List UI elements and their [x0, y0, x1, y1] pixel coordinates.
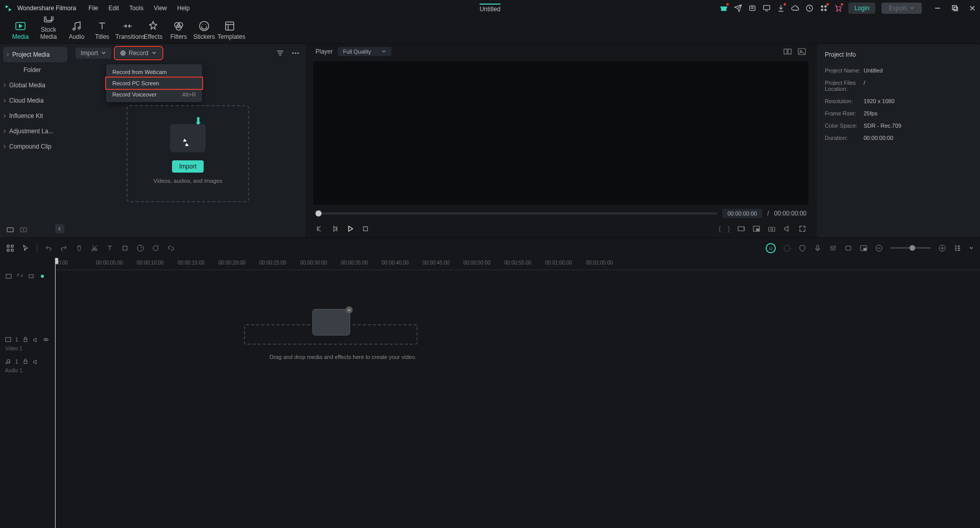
tab-stock-media[interactable]: Stock Media — [34, 13, 63, 43]
fullscreen-icon[interactable] — [798, 225, 806, 233]
seek-slider[interactable] — [315, 212, 717, 214]
stop-icon[interactable] — [361, 225, 370, 233]
tab-titles[interactable]: Titles — [90, 20, 114, 43]
mute-icon[interactable] — [33, 358, 39, 365]
gift-icon[interactable] — [720, 4, 728, 12]
snapshot-icon[interactable] — [768, 225, 776, 233]
menu-file[interactable]: File — [88, 5, 98, 12]
tab-media[interactable]: Media — [8, 20, 33, 43]
picture-icon[interactable] — [797, 47, 806, 56]
history-icon[interactable] — [748, 4, 756, 12]
zoom-out-icon[interactable] — [875, 244, 883, 252]
lock-icon[interactable] — [22, 337, 29, 343]
mark-in-icon[interactable]: { — [719, 225, 721, 232]
download-icon[interactable] — [777, 4, 785, 12]
tab-stickers[interactable]: Stickers — [192, 20, 216, 43]
sidebar-project-media[interactable]: Project Media — [3, 47, 67, 62]
playhead[interactable] — [55, 258, 56, 528]
ai-smart-icon[interactable]: ☺ — [766, 243, 776, 253]
record-pc-screen-item[interactable]: Record PC Screen — [106, 78, 202, 89]
mixer-icon[interactable] — [829, 244, 837, 252]
player-viewport[interactable] — [313, 61, 808, 205]
list-icon[interactable] — [953, 244, 962, 252]
timeline-tracks[interactable]: 00:0000:00:05:0000:00:10:0000:00:15:0000… — [55, 258, 980, 528]
volume-icon[interactable] — [783, 225, 791, 233]
sidebar-adjustment-layer[interactable]: Adjustment La... — [0, 124, 70, 139]
record-voiceover-item[interactable]: Record VoiceoverAlt+R — [106, 89, 202, 100]
bell-icon[interactable] — [805, 4, 814, 12]
cut-icon[interactable] — [90, 244, 99, 252]
play-icon[interactable] — [346, 225, 354, 233]
tab-audio[interactable]: Audio — [64, 20, 89, 43]
sidebar-cloud-media[interactable]: Cloud Media — [0, 93, 70, 108]
chevron-down-icon[interactable] — [969, 246, 974, 251]
close-icon[interactable] — [969, 5, 976, 12]
monitor-icon[interactable] — [763, 4, 771, 12]
menu-tools[interactable]: Tools — [129, 5, 143, 12]
minimize-icon[interactable] — [934, 5, 941, 12]
keyframe-icon[interactable] — [860, 244, 868, 252]
redo-icon[interactable] — [60, 244, 68, 252]
drop-track-zone[interactable] — [244, 324, 418, 345]
pointer-tool-icon[interactable] — [21, 244, 30, 252]
prev-frame-icon[interactable] — [315, 225, 324, 233]
collapse-sidebar-button[interactable] — [55, 224, 64, 233]
import-button[interactable]: Import — [172, 160, 204, 173]
media-drop-zone[interactable]: ⬇ Import Videos, audios, and images — [127, 105, 249, 202]
menu-view[interactable]: View — [154, 5, 167, 12]
hide-icon[interactable] — [43, 337, 49, 343]
menu-edit[interactable]: Edit — [109, 5, 119, 12]
apps-icon[interactable] — [820, 4, 828, 12]
tab-filters[interactable]: Filters — [166, 20, 191, 43]
sidebar-folder[interactable]: Folder — [0, 62, 70, 78]
track-snap-icon[interactable] — [5, 273, 12, 280]
quality-dropdown[interactable]: Full Quality — [338, 47, 391, 56]
menu-help[interactable]: Help — [177, 5, 190, 12]
mark-out-icon[interactable]: } — [728, 225, 730, 232]
track-link-icon[interactable] — [16, 273, 23, 280]
lock-icon[interactable] — [22, 358, 29, 365]
sidebar-compound-clip[interactable]: Compound Clip — [0, 139, 70, 154]
text-tool-icon[interactable] — [106, 244, 114, 252]
grid-view-icon[interactable] — [783, 47, 792, 56]
video-track-header[interactable]: 1 — [0, 333, 55, 346]
track-magnet-icon[interactable] — [28, 273, 35, 280]
tab-templates[interactable]: Templates — [217, 20, 242, 43]
mic-icon[interactable] — [814, 244, 822, 252]
color-icon[interactable] — [152, 244, 160, 252]
filter-sort-icon[interactable] — [276, 49, 285, 58]
link-icon[interactable] — [167, 244, 175, 252]
undo-icon[interactable] — [44, 244, 53, 252]
new-bin-icon[interactable] — [19, 225, 28, 233]
zoom-slider[interactable] — [890, 247, 931, 249]
delete-icon[interactable] — [75, 244, 83, 252]
import-dropdown[interactable]: Import — [76, 47, 111, 59]
shield-icon[interactable] — [798, 244, 806, 252]
audio-track-header[interactable]: 1 — [0, 355, 55, 368]
mute-icon[interactable] — [33, 337, 39, 343]
new-folder-icon[interactable] — [6, 225, 14, 233]
timeline-ruler[interactable]: 00:0000:00:05:0000:00:10:0000:00:15:0000… — [55, 258, 980, 270]
select-tool-icon[interactable] — [6, 244, 14, 252]
more-icon[interactable] — [291, 49, 300, 58]
maximize-icon[interactable] — [951, 5, 959, 12]
gauge-icon[interactable] — [783, 244, 791, 252]
pip-icon[interactable] — [752, 225, 761, 233]
tab-effects[interactable]: Effects — [141, 20, 165, 43]
record-webcam-item[interactable]: Record from Webcam — [106, 66, 202, 78]
speed-icon[interactable] — [136, 244, 144, 252]
track-auto-icon[interactable] — [39, 273, 46, 280]
tab-transitions[interactable]: Transitions — [115, 20, 140, 43]
send-icon[interactable] — [734, 4, 742, 12]
ratio-icon[interactable] — [737, 225, 745, 233]
sidebar-influence-kit[interactable]: Influence Kit — [0, 108, 70, 124]
marker-icon[interactable] — [844, 244, 852, 252]
zoom-in-icon[interactable] — [938, 244, 946, 252]
cart-icon[interactable] — [834, 4, 842, 12]
play-reverse-icon[interactable] — [331, 225, 339, 233]
cloud-icon[interactable] — [791, 4, 799, 12]
record-dropdown[interactable]: Record — [115, 47, 162, 59]
login-button[interactable]: Login — [848, 3, 875, 14]
sidebar-global-media[interactable]: Global Media — [0, 78, 70, 93]
crop-icon[interactable] — [121, 244, 129, 252]
